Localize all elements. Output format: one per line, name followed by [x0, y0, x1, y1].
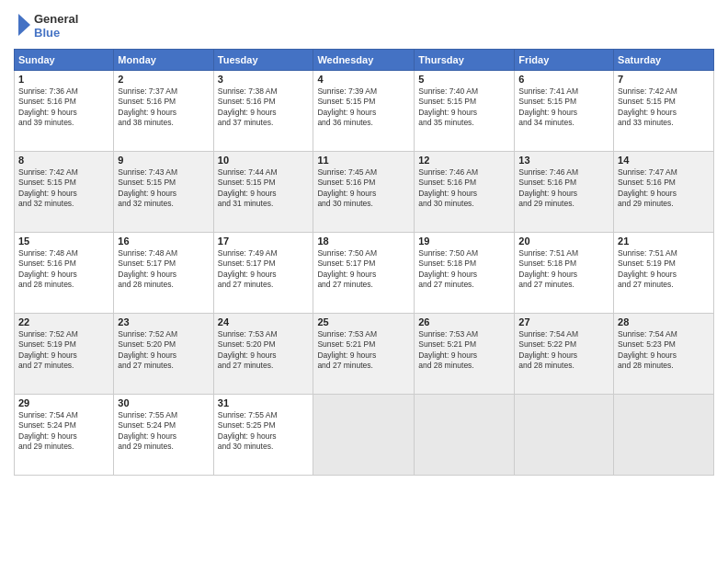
calendar-cell: 8Sunrise: 7:42 AMSunset: 5:15 PMDaylight… [15, 152, 114, 233]
day-of-week-thursday: Thursday [415, 50, 515, 71]
calendar-cell: 11Sunrise: 7:45 AMSunset: 5:16 PMDayligh… [313, 152, 415, 233]
calendar-week-row: 15Sunrise: 7:48 AMSunset: 5:16 PMDayligh… [15, 233, 714, 314]
calendar-week-row: 8Sunrise: 7:42 AMSunset: 5:15 PMDaylight… [15, 152, 714, 233]
day-detail: Sunrise: 7:51 AMSunset: 5:18 PMDaylight:… [518, 248, 609, 291]
day-number: 27 [518, 316, 609, 327]
calendar-cell: 14Sunrise: 7:47 AMSunset: 5:16 PMDayligh… [614, 152, 714, 233]
day-detail: Sunrise: 7:44 AMSunset: 5:15 PMDaylight:… [218, 167, 310, 210]
calendar-cell: 28Sunrise: 7:54 AMSunset: 5:23 PMDayligh… [614, 314, 714, 395]
logo: GeneralBlue [14, 9, 87, 41]
calendar-cell: 25Sunrise: 7:53 AMSunset: 5:21 PMDayligh… [313, 314, 415, 395]
day-detail: Sunrise: 7:46 AMSunset: 5:16 PMDaylight:… [518, 167, 609, 210]
day-detail: Sunrise: 7:49 AMSunset: 5:17 PMDaylight:… [218, 248, 310, 291]
day-detail: Sunrise: 7:42 AMSunset: 5:15 PMDaylight:… [618, 86, 710, 129]
page: GeneralBlue SundayMondayTuesdayWednesday… [0, 0, 728, 563]
calendar-cell [515, 395, 614, 476]
day-of-week-saturday: Saturday [614, 50, 714, 71]
day-number: 29 [18, 397, 109, 408]
calendar-cell: 30Sunrise: 7:55 AMSunset: 5:24 PMDayligh… [114, 395, 213, 476]
day-of-week-tuesday: Tuesday [213, 50, 313, 71]
day-of-week-friday: Friday [515, 50, 614, 71]
day-detail: Sunrise: 7:52 AMSunset: 5:20 PMDaylight:… [118, 329, 209, 372]
day-detail: Sunrise: 7:40 AMSunset: 5:15 PMDaylight:… [418, 86, 510, 129]
calendar-cell [415, 395, 515, 476]
day-number: 7 [618, 74, 710, 85]
day-number: 8 [18, 155, 109, 166]
day-detail: Sunrise: 7:38 AMSunset: 5:16 PMDaylight:… [218, 86, 310, 129]
svg-marker-2 [18, 14, 30, 36]
day-number: 30 [118, 397, 209, 408]
calendar-cell: 19Sunrise: 7:50 AMSunset: 5:18 PMDayligh… [415, 233, 515, 314]
calendar-cell: 23Sunrise: 7:52 AMSunset: 5:20 PMDayligh… [114, 314, 213, 395]
day-detail: Sunrise: 7:39 AMSunset: 5:15 PMDaylight:… [317, 86, 410, 129]
calendar-cell: 24Sunrise: 7:53 AMSunset: 5:20 PMDayligh… [213, 314, 313, 395]
day-detail: Sunrise: 7:55 AMSunset: 5:25 PMDaylight:… [218, 410, 310, 453]
day-detail: Sunrise: 7:50 AMSunset: 5:18 PMDaylight:… [418, 248, 510, 291]
day-number: 26 [418, 316, 510, 327]
day-detail: Sunrise: 7:53 AMSunset: 5:21 PMDaylight:… [317, 329, 410, 372]
day-number: 16 [118, 236, 209, 247]
calendar-cell: 16Sunrise: 7:48 AMSunset: 5:17 PMDayligh… [114, 233, 213, 314]
calendar-cell: 12Sunrise: 7:46 AMSunset: 5:16 PMDayligh… [415, 152, 515, 233]
calendar-week-row: 29Sunrise: 7:54 AMSunset: 5:24 PMDayligh… [15, 395, 714, 476]
day-number: 24 [218, 316, 310, 327]
calendar-cell: 7Sunrise: 7:42 AMSunset: 5:15 PMDaylight… [614, 71, 714, 152]
day-number: 10 [218, 155, 310, 166]
calendar-cell: 21Sunrise: 7:51 AMSunset: 5:19 PMDayligh… [614, 233, 714, 314]
day-number: 13 [518, 155, 609, 166]
day-number: 6 [518, 74, 609, 85]
day-of-week-wednesday: Wednesday [313, 50, 415, 71]
day-of-week-sunday: Sunday [15, 50, 114, 71]
day-detail: Sunrise: 7:48 AMSunset: 5:17 PMDaylight:… [118, 248, 209, 291]
day-detail: Sunrise: 7:55 AMSunset: 5:24 PMDaylight:… [118, 410, 209, 453]
calendar-cell [614, 395, 714, 476]
day-number: 9 [118, 155, 209, 166]
day-number: 1 [18, 74, 109, 85]
calendar-cell: 9Sunrise: 7:43 AMSunset: 5:15 PMDaylight… [114, 152, 213, 233]
calendar-cell: 27Sunrise: 7:54 AMSunset: 5:22 PMDayligh… [515, 314, 614, 395]
calendar-cell: 26Sunrise: 7:53 AMSunset: 5:21 PMDayligh… [415, 314, 515, 395]
day-number: 23 [118, 316, 209, 327]
day-detail: Sunrise: 7:54 AMSunset: 5:22 PMDaylight:… [518, 329, 609, 372]
day-detail: Sunrise: 7:52 AMSunset: 5:19 PMDaylight:… [18, 329, 109, 372]
day-number: 4 [317, 74, 410, 85]
day-detail: Sunrise: 7:46 AMSunset: 5:16 PMDaylight:… [418, 167, 510, 210]
calendar-cell: 2Sunrise: 7:37 AMSunset: 5:16 PMDaylight… [114, 71, 213, 152]
day-detail: Sunrise: 7:45 AMSunset: 5:16 PMDaylight:… [317, 167, 410, 210]
day-number: 5 [418, 74, 510, 85]
day-detail: Sunrise: 7:36 AMSunset: 5:16 PMDaylight:… [18, 86, 109, 129]
calendar-cell [313, 395, 415, 476]
calendar-header: SundayMondayTuesdayWednesdayThursdayFrid… [15, 50, 714, 71]
day-detail: Sunrise: 7:54 AMSunset: 5:24 PMDaylight:… [18, 410, 109, 453]
day-detail: Sunrise: 7:42 AMSunset: 5:15 PMDaylight:… [18, 167, 109, 210]
calendar-cell: 6Sunrise: 7:41 AMSunset: 5:15 PMDaylight… [515, 71, 614, 152]
day-detail: Sunrise: 7:43 AMSunset: 5:15 PMDaylight:… [118, 167, 209, 210]
svg-text:General: General [34, 12, 78, 26]
day-number: 19 [418, 236, 510, 247]
calendar-body: 1Sunrise: 7:36 AMSunset: 5:16 PMDaylight… [15, 71, 714, 476]
day-detail: Sunrise: 7:50 AMSunset: 5:17 PMDaylight:… [317, 248, 410, 291]
day-number: 28 [618, 316, 710, 327]
calendar-cell: 18Sunrise: 7:50 AMSunset: 5:17 PMDayligh… [313, 233, 415, 314]
day-number: 3 [218, 74, 310, 85]
calendar-cell: 31Sunrise: 7:55 AMSunset: 5:25 PMDayligh… [213, 395, 313, 476]
svg-text:Blue: Blue [34, 26, 60, 40]
day-detail: Sunrise: 7:51 AMSunset: 5:19 PMDaylight:… [618, 248, 710, 291]
calendar-cell: 15Sunrise: 7:48 AMSunset: 5:16 PMDayligh… [15, 233, 114, 314]
header: GeneralBlue [14, 9, 714, 41]
day-number: 18 [317, 236, 410, 247]
day-number: 22 [18, 316, 109, 327]
header-row: SundayMondayTuesdayWednesdayThursdayFrid… [15, 50, 714, 71]
calendar-cell: 17Sunrise: 7:49 AMSunset: 5:17 PMDayligh… [213, 233, 313, 314]
day-number: 31 [218, 397, 310, 408]
calendar-cell: 22Sunrise: 7:52 AMSunset: 5:19 PMDayligh… [15, 314, 114, 395]
day-number: 21 [618, 236, 710, 247]
day-detail: Sunrise: 7:54 AMSunset: 5:23 PMDaylight:… [618, 329, 710, 372]
day-number: 25 [317, 316, 410, 327]
day-number: 14 [618, 155, 710, 166]
calendar-cell: 20Sunrise: 7:51 AMSunset: 5:18 PMDayligh… [515, 233, 614, 314]
day-number: 20 [518, 236, 609, 247]
calendar-cell: 10Sunrise: 7:44 AMSunset: 5:15 PMDayligh… [213, 152, 313, 233]
day-number: 2 [118, 74, 209, 85]
day-number: 15 [18, 236, 109, 247]
